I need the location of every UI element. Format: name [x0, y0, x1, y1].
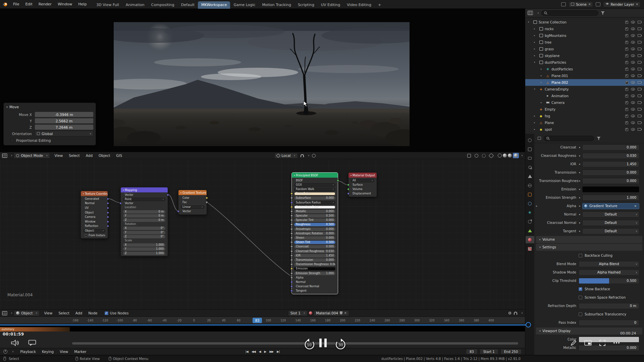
node-header[interactable]: ▾ Mapping — [121, 187, 168, 192]
output-socket[interactable] — [107, 212, 109, 214]
node-row[interactable]: X 0 m ▾ — [121, 210, 168, 214]
input-socket[interactable] — [290, 281, 293, 283]
property-widget[interactable]: Alpha Gradient Texture ✕ ∨ — [582, 203, 639, 209]
node-row[interactable]: Transmission 0.000 ▾ — [292, 258, 338, 262]
disable-render-camera-icon[interactable] — [638, 101, 641, 104]
transport-button[interactable]: ▶ — [264, 350, 266, 353]
output-socket[interactable] — [107, 221, 109, 223]
node-row[interactable]: Location ▾ — [121, 205, 168, 209]
node-row[interactable]: Transmission Roughness 0.000 ▾ — [292, 262, 338, 267]
expand-arrow-icon[interactable]: ▾ — [538, 246, 542, 249]
input-socket[interactable] — [290, 215, 293, 217]
property-row[interactable]: IOR IOR 1.450 ✕ ∨ — [534, 160, 644, 168]
checkbox[interactable] — [85, 234, 87, 237]
node-row[interactable]: UV ▾ — [81, 206, 108, 210]
property-widget[interactable]: Clearcoat Roughness 0.030 ✕ ∨ — [582, 153, 639, 159]
node-row[interactable]: Subsurface Radius ▾ — [292, 200, 338, 205]
outliner-row[interactable]: ▸ spot — [525, 126, 644, 133]
workspace-tab[interactable]: MKWorkspace — [198, 1, 230, 9]
expand-arrow-icon[interactable]: ▾ — [534, 61, 538, 64]
input-socket[interactable] — [290, 223, 293, 226]
node-row[interactable]: Anisotropic Rotation 0.000 ▾ — [292, 231, 338, 236]
editor-type-icon[interactable] — [528, 11, 533, 15]
exclude-checkbox[interactable] — [625, 95, 628, 98]
menu-item[interactable]: View — [41, 311, 55, 315]
hide-eye-icon[interactable] — [631, 81, 635, 84]
menu-item[interactable]: Add — [83, 154, 96, 158]
overlays-icon[interactable] — [481, 153, 487, 158]
disable-render-camera-icon[interactable] — [638, 95, 641, 97]
outliner-item-label[interactable]: Plane — [545, 121, 554, 125]
forward-30-button[interactable]: 30 — [334, 338, 347, 351]
property-widget[interactable]: Shadow Mode Alpha Hashed ✕ ∨ — [579, 269, 639, 276]
expand-arrow-icon[interactable]: ▸ — [534, 34, 538, 37]
material-name-field[interactable]: Material.004 ✕ — [314, 310, 349, 316]
expand-arrow-icon[interactable]: ▸ — [534, 27, 538, 30]
node-row[interactable]: All ▾ — [348, 178, 377, 183]
input-socket[interactable] — [290, 237, 293, 239]
input-socket[interactable] — [290, 245, 293, 248]
node-row[interactable]: Surface ▾ — [348, 183, 377, 187]
node-row[interactable]: Metallic 0.000 ▾ — [292, 209, 338, 214]
node-row[interactable]: Window ▾ — [81, 220, 108, 224]
expand-arrow-icon[interactable]: ▸ — [541, 74, 545, 77]
outliner-item-label[interactable]: Scene Collection — [539, 20, 567, 24]
outliner-row[interactable]: ▸ bgMountains — [525, 32, 644, 39]
outliner-item-label[interactable]: bgMountains — [545, 34, 567, 38]
exclude-checkbox[interactable] — [625, 88, 628, 91]
property-row[interactable]: Tangent Tangent Default ✕ ∨ — [534, 227, 644, 235]
input-socket[interactable] — [290, 197, 293, 199]
outliner-row[interactable]: ▸ Plane.001 — [525, 72, 644, 79]
property-row[interactable]: Backface Culling Backface Culling ✕ ∨ — [534, 251, 644, 260]
expand-arrow-icon[interactable]: ▸ — [534, 48, 538, 50]
start-frame-field[interactable]: Start 1 — [480, 349, 498, 354]
node-row[interactable]: Z 0 m ▾ — [121, 218, 168, 222]
xray-toggle-icon[interactable] — [488, 153, 494, 158]
exclude-checkbox[interactable] — [625, 68, 628, 71]
material-shading-icon[interactable] — [508, 154, 512, 158]
expand-arrow-icon[interactable]: ▸ — [541, 68, 545, 70]
menu-item[interactable]: Edit — [22, 2, 35, 6]
property-widget[interactable]: Clip Threshold 0.500 ✕ ∨ — [579, 278, 639, 284]
node-row[interactable]: BSDF ▾ — [292, 178, 338, 183]
property-widget[interactable]: Normal Default ✕ ∨ — [582, 212, 639, 218]
outliner-item-label[interactable]: spot — [545, 128, 552, 131]
snap-magnet-icon[interactable] — [299, 153, 305, 158]
property-row[interactable]: Pass Index Pass Index 0 ✕ ∨ — [534, 318, 644, 327]
input-socket[interactable] — [290, 290, 293, 292]
property-widget[interactable]: Pass Index 0 ✕ ∨ — [579, 320, 639, 326]
checkbox[interactable] — [579, 287, 582, 291]
input-socket[interactable] — [290, 206, 293, 208]
hide-eye-icon[interactable] — [631, 95, 635, 97]
outliner-search-input[interactable] — [541, 10, 598, 16]
outliner-item-label[interactable]: dustParticles — [551, 67, 573, 71]
wireframe-shading-icon[interactable] — [498, 154, 502, 158]
show-gizmo-icon[interactable] — [474, 153, 480, 158]
outliner-item-label[interactable]: dustParticles — [545, 61, 566, 64]
exclude-checkbox[interactable] — [625, 81, 628, 84]
property-widget[interactable]: Subsurface Translucency ✕ ∨ — [579, 311, 639, 317]
editor-type-icon[interactable] — [2, 311, 7, 315]
current-frame-badge[interactable]: 83 — [253, 318, 262, 323]
3d-viewport[interactable]: ▾ Move Move X -0.3946 m Y 2.5662 m — [0, 9, 525, 152]
outliner-row[interactable]: ▸ Camera — [525, 99, 644, 106]
menu-item[interactable]: View — [51, 154, 66, 158]
annotate-pencil-icon[interactable] — [570, 340, 577, 346]
exclude-checkbox[interactable] — [625, 121, 628, 124]
fake-user-shield-icon[interactable] — [340, 311, 342, 315]
input-socket[interactable] — [290, 210, 293, 213]
player-progress-bar[interactable] — [0, 324, 529, 325]
property-row[interactable]: Show Backface Show Backface ✕ ∨ — [534, 285, 644, 293]
scene-selector[interactable]: Scene ✕ — [569, 1, 593, 7]
workspace-tab[interactable]: 3D View Full — [93, 1, 122, 9]
property-row[interactable]: ▾ Settings Settings ✕ ∨ — [536, 244, 642, 251]
property-row[interactable]: Refraction Depth Refraction Depth 0 m ✕ … — [534, 302, 644, 310]
expand-arrow-icon[interactable]: ▸ — [541, 81, 545, 84]
node-row[interactable]: Z 1.000 ▾ — [121, 251, 168, 255]
input-socket[interactable] — [290, 228, 293, 230]
exclude-checkbox[interactable] — [625, 115, 628, 118]
outliner-item-label[interactable]: skyplane — [545, 54, 559, 58]
node-row[interactable]: Linear ▾ — [178, 205, 207, 209]
workspace-tab[interactable]: Default — [178, 1, 198, 9]
property-row[interactable]: Emission Strength Emission Strength 1.00… — [534, 193, 644, 202]
